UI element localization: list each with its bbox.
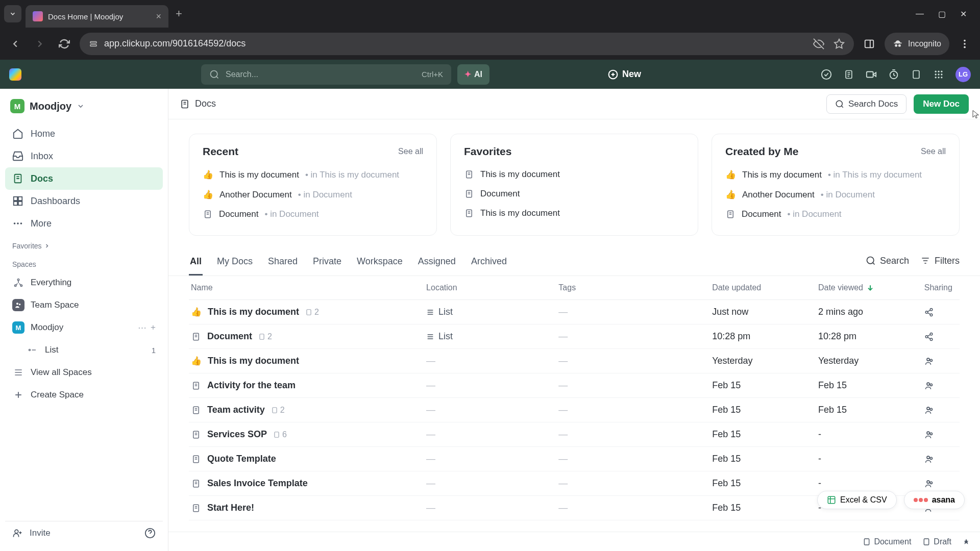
card-item[interactable]: 👍 This is my document • in This is my do…	[203, 165, 423, 185]
close-window-icon[interactable]: ✕	[960, 9, 967, 19]
forward-button[interactable]	[31, 35, 49, 53]
new-button[interactable]: New	[608, 69, 641, 80]
table-row[interactable]: 👍 This is my document — — Yesterday Yest…	[189, 349, 960, 373]
card-item[interactable]: Document • in Document	[203, 205, 423, 224]
table-row[interactable]: 👍 This is my document 2 List — Just now …	[189, 300, 960, 324]
svg-point-5	[964, 43, 966, 45]
table-header: Name Location Tags Date updated Date vie…	[189, 276, 960, 300]
favorites-section-label[interactable]: Favorites	[5, 235, 163, 253]
tab-search-button[interactable]	[4, 5, 21, 22]
table-row[interactable]: Document 2 List — 10:28 pm 10:28 pm	[189, 324, 960, 349]
browser-menu-icon[interactable]	[955, 35, 974, 53]
sharing-icon[interactable]	[924, 405, 960, 415]
space-everything[interactable]: Everything	[5, 271, 163, 294]
avatar[interactable]: LG	[955, 67, 971, 82]
svg-point-54	[925, 335, 928, 338]
new-doc-button[interactable]: New Doc	[914, 94, 969, 114]
table-row[interactable]: Team activity 2 — — Feb 15 Feb 15	[189, 398, 960, 422]
col-tags[interactable]: Tags	[558, 283, 712, 292]
space-list[interactable]: List 1	[5, 339, 163, 361]
stack-icon	[12, 366, 24, 379]
url-text: app.clickup.com/9016164592/docs	[104, 38, 246, 49]
app-logo[interactable]	[9, 68, 21, 81]
table-row[interactable]: Quote Template — — Feb 15 -	[189, 447, 960, 471]
card-item[interactable]: Document	[464, 184, 684, 204]
tab-all[interactable]: All	[189, 251, 203, 276]
sharing-icon[interactable]	[924, 381, 960, 391]
sidebar-item-inbox[interactable]: Inbox	[5, 145, 163, 167]
maximize-icon[interactable]: ▢	[938, 9, 946, 19]
filters-button[interactable]: Filters	[920, 256, 960, 266]
space-add-icon[interactable]: +	[151, 322, 156, 333]
card-item[interactable]: 👍 Another Document • in Document	[725, 185, 946, 205]
sharing-icon[interactable]	[924, 332, 960, 341]
checkmark-icon[interactable]	[821, 69, 832, 80]
tab-my-docs[interactable]: My Docs	[216, 251, 254, 276]
tab-close-icon[interactable]: ×	[156, 11, 161, 22]
card-item[interactable]: Document • in Document	[725, 205, 946, 224]
sharing-icon[interactable]	[924, 479, 960, 489]
doc-quick-icon[interactable]	[911, 69, 922, 80]
sidebar-item-docs[interactable]: Docs	[5, 167, 163, 190]
global-search[interactable]: Search... Ctrl+K	[201, 64, 451, 85]
card-item[interactable]: This is my document	[464, 165, 684, 184]
asana-pill[interactable]: asana	[904, 491, 965, 509]
card-item[interactable]: 👍 Another Document • in Document	[203, 185, 423, 205]
sidebar-item-home[interactable]: Home	[5, 122, 163, 145]
sharing-icon[interactable]	[924, 454, 960, 464]
create-space[interactable]: Create Space	[5, 384, 163, 406]
reload-button[interactable]	[55, 35, 74, 53]
record-icon[interactable]	[866, 69, 877, 80]
space-more-icon[interactable]: ⋯	[138, 322, 146, 333]
help-icon[interactable]	[144, 528, 156, 539]
sharing-icon[interactable]	[924, 356, 960, 366]
view-all-spaces[interactable]: View all Spaces	[5, 361, 163, 384]
bottom-draft[interactable]: Draft	[922, 537, 951, 546]
table-search-button[interactable]: Search	[866, 256, 909, 266]
tab-archived[interactable]: Archived	[470, 251, 508, 276]
minimize-icon[interactable]: —	[916, 9, 924, 19]
incognito-chip[interactable]: Incognito	[885, 33, 949, 55]
col-updated[interactable]: Date updated	[712, 283, 818, 292]
sidebar-item-more[interactable]: More	[5, 212, 163, 235]
tab-assigned[interactable]: Assigned	[417, 251, 457, 276]
table-row[interactable]: Services SOP 6 — — Feb 15 -	[189, 422, 960, 447]
browser-tab[interactable]: Docs Home | Moodjoy ×	[26, 5, 168, 28]
see-all-link[interactable]: See all	[921, 147, 946, 156]
invite-button[interactable]: Invite	[30, 528, 51, 538]
side-panel-icon[interactable]	[860, 35, 878, 53]
pin-icon[interactable]	[963, 538, 970, 545]
excel-csv-pill[interactable]: Excel & CSV	[817, 491, 897, 509]
card-item[interactable]: 👍 This is my document • in This is my do…	[725, 165, 946, 185]
sharing-icon[interactable]	[924, 308, 960, 317]
chevron-down-icon	[77, 102, 85, 110]
sidebar-item-dashboards[interactable]: Dashboards	[5, 190, 163, 212]
new-tab-button[interactable]: +	[176, 7, 182, 20]
space-moodjoy[interactable]: M Moodjoy ⋯ +	[5, 316, 163, 339]
apps-grid-icon[interactable]	[933, 69, 944, 80]
col-viewed[interactable]: Date viewed	[818, 283, 924, 292]
notepad-icon[interactable]	[843, 69, 854, 80]
svg-rect-80	[924, 539, 929, 545]
col-location[interactable]: Location	[426, 283, 558, 292]
search-docs-button[interactable]: Search Docs	[826, 94, 906, 114]
see-all-link[interactable]: See all	[398, 147, 423, 156]
ai-button[interactable]: ✦ AI	[457, 64, 489, 85]
space-team-space[interactable]: Team Space	[5, 294, 163, 316]
tab-private[interactable]: Private	[312, 251, 342, 276]
site-settings-icon[interactable]	[89, 39, 98, 48]
tab-shared[interactable]: Shared	[267, 251, 299, 276]
timer-icon[interactable]	[888, 69, 899, 80]
bottom-document[interactable]: Document	[863, 537, 911, 546]
sharing-icon[interactable]	[924, 430, 960, 440]
table-row[interactable]: Activity for the team — — Feb 15 Feb 15	[189, 373, 960, 398]
bookmark-star-icon[interactable]	[834, 38, 845, 49]
col-name[interactable]: Name	[189, 283, 426, 292]
url-input[interactable]: app.clickup.com/9016164592/docs	[80, 33, 854, 55]
back-button[interactable]	[6, 35, 24, 53]
tab-workspace[interactable]: Workspace	[356, 251, 404, 276]
col-sharing[interactable]: Sharing	[924, 283, 960, 292]
eye-off-icon[interactable]	[813, 38, 824, 49]
workspace-switcher[interactable]: M Moodjoy	[5, 95, 163, 117]
card-item[interactable]: This is my document	[464, 204, 684, 223]
